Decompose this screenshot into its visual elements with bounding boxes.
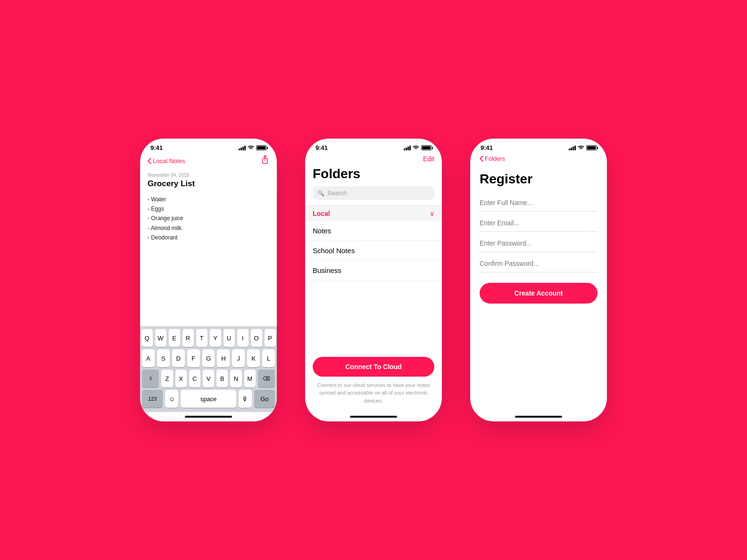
- home-bar-2: [350, 416, 397, 418]
- note-item-3: - Orange juice: [148, 214, 269, 223]
- key-m[interactable]: M: [244, 370, 256, 387]
- register-title: Register: [480, 172, 598, 187]
- keyboard: Q W E R T Y U I O P A S D F G H J K L: [140, 326, 277, 412]
- key-backspace[interactable]: ⌫: [258, 370, 275, 387]
- home-indicator-3: [470, 412, 607, 421]
- phone-notes: 9:41 Local Notes: [140, 139, 277, 421]
- signal-icon-2: [404, 146, 411, 150]
- key-g[interactable]: G: [202, 349, 215, 367]
- notes-content: Local Notes November 04, 2019 Grocery Li…: [140, 153, 277, 421]
- keyboard-row-1: Q W E R T Y U I O P: [142, 329, 275, 347]
- folders-content: Edit Folders 🔍 Search Local ∨ Notes Scho…: [305, 153, 442, 421]
- key-mic[interactable]: 🎙: [239, 390, 252, 408]
- share-icon[interactable]: [261, 155, 269, 167]
- search-icon: 🔍: [317, 190, 324, 197]
- status-icons-3: [569, 145, 597, 150]
- key-go[interactable]: Go: [254, 390, 275, 408]
- phone-register: 9:41 Folders Register: [470, 139, 607, 421]
- folder-item-notes[interactable]: Notes: [305, 221, 442, 241]
- register-content: Folders Register Create Account: [470, 153, 607, 412]
- section-label: Local: [313, 210, 330, 217]
- note-header: November 04, 2019 Grocery List: [140, 171, 277, 192]
- key-o[interactable]: O: [251, 329, 262, 347]
- register-nav: Folders: [480, 153, 598, 166]
- battery-icon-2: [421, 145, 432, 150]
- chevron-left-icon-3: [480, 156, 483, 162]
- status-time-2: 9:41: [315, 144, 328, 151]
- key-i[interactable]: I: [237, 329, 249, 347]
- status-bar-2: 9:41: [305, 139, 442, 153]
- home-indicator-1: [140, 412, 277, 421]
- folders-title: Folders: [305, 166, 442, 186]
- key-p[interactable]: P: [265, 329, 276, 347]
- battery-icon-1: [256, 145, 266, 150]
- phone-folders: 9:41 Edit Folders 🔍 Search Local: [305, 139, 442, 421]
- notes-nav-bar: Local Notes: [140, 153, 277, 171]
- key-w[interactable]: W: [155, 329, 166, 347]
- create-account-button[interactable]: Create Account: [480, 283, 598, 304]
- keyboard-row-4: 123 ☺ space 🎙 Go: [142, 390, 275, 408]
- wifi-icon-2: [413, 146, 419, 150]
- signal-icon-3: [569, 146, 576, 150]
- wifi-icon-3: [578, 146, 584, 150]
- keyboard-row-3: ⇧ Z X C V B N M ⌫: [142, 370, 275, 387]
- edit-button[interactable]: Edit: [423, 155, 434, 163]
- key-c[interactable]: C: [189, 370, 200, 387]
- key-space[interactable]: space: [181, 390, 236, 408]
- key-s[interactable]: S: [157, 349, 170, 367]
- key-shift[interactable]: ⇧: [142, 370, 159, 387]
- note-date: November 04, 2019: [148, 173, 269, 178]
- email-input[interactable]: [480, 214, 598, 232]
- folders-nav: Edit: [305, 153, 442, 166]
- note-item-4: - Almond milk: [148, 224, 269, 233]
- status-icons-1: [239, 145, 266, 150]
- connect-description: Connect to our cloud services to have yo…: [313, 381, 434, 405]
- confirm-password-input[interactable]: [480, 255, 598, 272]
- keyboard-row-2: A S D F G H J K L: [142, 349, 275, 367]
- back-button-1[interactable]: Local Notes: [148, 157, 185, 165]
- note-title: Grocery List: [148, 179, 269, 189]
- key-n[interactable]: N: [230, 370, 241, 387]
- key-b[interactable]: B: [216, 370, 228, 387]
- key-emoji[interactable]: ☺: [165, 390, 178, 408]
- key-k[interactable]: K: [247, 349, 260, 367]
- key-l[interactable]: L: [262, 349, 275, 367]
- key-a[interactable]: A: [142, 349, 155, 367]
- key-f[interactable]: F: [187, 349, 200, 367]
- connect-to-cloud-button[interactable]: Connect To Cloud: [313, 357, 434, 377]
- key-x[interactable]: X: [175, 370, 187, 387]
- wifi-icon-1: [248, 146, 254, 150]
- home-indicator-2: [305, 412, 442, 421]
- back-button-3[interactable]: Folders: [480, 155, 505, 162]
- note-item-1: - Water: [148, 195, 269, 204]
- battery-icon-3: [586, 145, 597, 150]
- key-q[interactable]: Q: [141, 329, 153, 347]
- key-t[interactable]: T: [196, 329, 208, 347]
- back-label-3: Folders: [485, 155, 505, 162]
- key-d[interactable]: D: [172, 349, 185, 367]
- status-bar-1: 9:41: [140, 139, 277, 153]
- chevron-down-icon[interactable]: ∨: [430, 210, 434, 217]
- password-input[interactable]: [480, 235, 598, 252]
- key-123[interactable]: 123: [142, 390, 163, 408]
- key-r[interactable]: R: [183, 329, 194, 347]
- home-bar-3: [515, 416, 562, 418]
- signal-icon-1: [239, 146, 246, 150]
- key-e[interactable]: E: [169, 329, 180, 347]
- folder-item-business[interactable]: Business: [305, 261, 442, 280]
- key-y[interactable]: Y: [210, 329, 221, 347]
- back-label-1: Local Notes: [153, 157, 185, 165]
- full-name-input[interactable]: [480, 194, 598, 212]
- key-j[interactable]: J: [232, 349, 245, 367]
- key-v[interactable]: V: [203, 370, 214, 387]
- section-header: Local ∨: [305, 206, 442, 221]
- note-item-2: - Eggs: [148, 205, 269, 214]
- search-bar[interactable]: 🔍 Search: [313, 186, 434, 200]
- key-u[interactable]: U: [224, 329, 235, 347]
- folder-item-school[interactable]: School Notes: [305, 241, 442, 261]
- chevron-left-icon-1: [148, 158, 151, 164]
- status-time-1: 9:41: [150, 144, 163, 151]
- connect-section: Connect To Cloud Connect to our cloud se…: [305, 349, 442, 412]
- key-h[interactable]: H: [217, 349, 230, 367]
- key-z[interactable]: Z: [161, 370, 173, 387]
